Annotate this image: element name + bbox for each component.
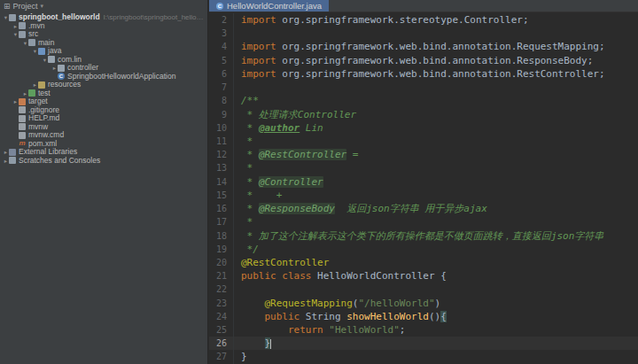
code-line-7[interactable]: 7	[209, 81, 638, 94]
code-line-18[interactable]: 18 * 加了这个注解表示这个类下的所有操作都是不做页面跳转，直接返回json字…	[209, 229, 638, 243]
tree-item-help-md[interactable]: HELP.md	[0, 114, 207, 123]
tree-item-controller[interactable]: ▸controller	[0, 64, 207, 73]
code-line-3[interactable]: 3	[209, 27, 638, 40]
tab-helloworldcontroller-java[interactable]: C HelloWorldController.java	[209, 0, 329, 12]
tree-item-pom-xml[interactable]: mpom.xml	[0, 140, 207, 149]
line-number[interactable]: 17	[209, 215, 234, 228]
code-editor[interactable]: 2import org.springframework.stereotype.C…	[209, 13, 638, 364]
chevron-down-icon[interactable]: ▾	[22, 39, 28, 48]
code-text: * +	[234, 189, 282, 202]
code-text: public String showHelloWorld(){	[234, 310, 447, 323]
code-line-9[interactable]: 9 * 处理请求Controller	[209, 108, 638, 121]
line-number[interactable]: 16	[209, 202, 234, 215]
line-number[interactable]: 18	[209, 229, 234, 243]
code-text: }	[234, 350, 247, 363]
tree-item-com-lin[interactable]: ▾com.lin	[0, 56, 207, 65]
tree-item-label: Scratches and Consoles	[19, 157, 100, 166]
tree-item-resources[interactable]: ▸resources	[0, 81, 207, 89]
line-number[interactable]: 9	[209, 108, 234, 121]
line-number[interactable]: 3	[209, 27, 234, 40]
line-number[interactable]: 14	[209, 175, 234, 189]
tree-item-external-libraries[interactable]: ▸External Libraries	[0, 148, 207, 157]
tree-item-springboot-helloworld[interactable]: ▾springboot_helloworldI:\springboot\spri…	[0, 13, 207, 22]
folder-project-icon	[9, 14, 16, 21]
code-line-8[interactable]: 8/**	[209, 94, 638, 107]
code-line-14[interactable]: 14 * @Controller	[209, 175, 638, 189]
chevron-right-icon[interactable]: ▸	[51, 64, 58, 73]
chevron-down-icon[interactable]: ▾	[41, 3, 44, 10]
chevron-right-icon[interactable]: ▸	[12, 97, 19, 106]
line-number[interactable]: 25	[209, 323, 234, 337]
folder-resources-icon	[38, 81, 45, 89]
chevron-down-icon[interactable]: ▾	[12, 30, 19, 39]
code-line-27[interactable]: 27}	[209, 350, 638, 363]
line-number[interactable]: 11	[209, 135, 234, 148]
code-line-20[interactable]: 20@RestController	[209, 256, 638, 269]
line-number[interactable]: 10	[209, 121, 234, 135]
tree-item-main[interactable]: ▾main	[0, 39, 207, 48]
code-line-12[interactable]: 12 * @RestController =	[209, 148, 638, 161]
line-number[interactable]: 21	[209, 269, 234, 283]
chevron-right-icon[interactable]: ▸	[32, 81, 38, 89]
line-number[interactable]: 13	[209, 161, 234, 174]
line-number[interactable]: 2	[209, 13, 234, 27]
chevron-right-icon[interactable]: ▸	[3, 157, 9, 166]
tree-item--gitignore[interactable]: .gitignore	[0, 106, 207, 115]
chevron-down-icon[interactable]: ▾	[32, 47, 38, 56]
project-panel-header[interactable]: ⊞ Project ▾	[0, 0, 207, 12]
line-number[interactable]: 24	[209, 310, 234, 323]
chevron-right-icon[interactable]: ▸	[22, 89, 28, 98]
code-text: * 处理请求Controller	[234, 108, 356, 121]
tree-item--mvn[interactable]: ▸.mvn	[0, 22, 207, 31]
code-line-4[interactable]: 4import org.springframework.web.bind.ann…	[209, 40, 638, 53]
tree-item-mvnw[interactable]: mvnw	[0, 123, 207, 132]
code-line-11[interactable]: 11 *	[209, 135, 638, 148]
code-line-25[interactable]: 25 return "HelloWorld";	[209, 323, 638, 337]
tree-item-scratches-and-consoles[interactable]: ▸Scratches and Consoles	[0, 157, 207, 166]
code-text: * @RestController =	[234, 148, 358, 161]
code-line-22[interactable]: 22	[209, 283, 638, 296]
chevron-right-icon[interactable]: ▸	[12, 22, 19, 31]
code-line-26[interactable]: 26 }	[209, 337, 638, 350]
line-number[interactable]: 20	[209, 256, 234, 269]
code-line-6[interactable]: 6import org.springframework.web.bind.ann…	[209, 67, 638, 81]
code-line-19[interactable]: 19 */	[209, 243, 638, 256]
tree-item-test[interactable]: ▸test	[0, 89, 207, 98]
line-number[interactable]: 12	[209, 148, 234, 161]
code-line-13[interactable]: 13 *	[209, 161, 638, 174]
line-number[interactable]: 6	[209, 67, 234, 81]
line-number[interactable]: 22	[209, 283, 234, 296]
tree-item-label: target	[28, 97, 48, 106]
line-number[interactable]: 27	[209, 350, 234, 363]
code-line-15[interactable]: 15 * +	[209, 189, 638, 202]
line-number[interactable]: 15	[209, 189, 234, 202]
line-number[interactable]: 19	[209, 243, 234, 256]
code-line-5[interactable]: 5import org.springframework.web.bind.ann…	[209, 54, 638, 67]
ide-window: ⊞ Project ▾ ▾springboot_helloworldI:\spr…	[0, 0, 638, 364]
chevron-right-icon[interactable]: ▸	[3, 148, 9, 157]
code-line-17[interactable]: 17 *	[209, 215, 638, 228]
chevron-down-icon[interactable]: ▾	[42, 56, 48, 65]
line-number[interactable]: 23	[209, 297, 234, 310]
code-line-2[interactable]: 2import org.springframework.stereotype.C…	[209, 13, 638, 27]
tree-item-target[interactable]: ▸target	[0, 97, 207, 106]
code-text: */	[234, 243, 259, 256]
code-line-24[interactable]: 24 public String showHelloWorld(){	[209, 310, 638, 323]
code-line-16[interactable]: 16 * @ResponseBody 返回json字符串 用于异步ajax	[209, 202, 638, 215]
chevron-down-icon[interactable]: ▾	[3, 13, 9, 22]
code-line-10[interactable]: 10 * @author Lin	[209, 121, 638, 135]
folder-excluded-icon	[19, 98, 26, 105]
line-number[interactable]: 4	[209, 40, 234, 53]
line-number[interactable]: 26	[209, 337, 234, 350]
tree-item-java[interactable]: ▾java	[0, 47, 207, 56]
tree-item-mvnw-cmd[interactable]: mvnw.cmd	[0, 131, 207, 140]
text-caret	[270, 339, 271, 349]
tree-item-springboothelloworldapplication[interactable]: CSpringbootHelloworldApplication	[0, 73, 207, 81]
line-number[interactable]: 7	[209, 81, 234, 94]
class-icon: C	[58, 73, 65, 80]
line-number[interactable]: 5	[209, 54, 234, 67]
code-line-21[interactable]: 21public class HelloWorldController {	[209, 269, 638, 283]
line-number[interactable]: 8	[209, 94, 234, 107]
tree-item-src[interactable]: ▾src	[0, 30, 207, 39]
code-line-23[interactable]: 23 @RequestMapping("/helloWorld")	[209, 297, 638, 310]
